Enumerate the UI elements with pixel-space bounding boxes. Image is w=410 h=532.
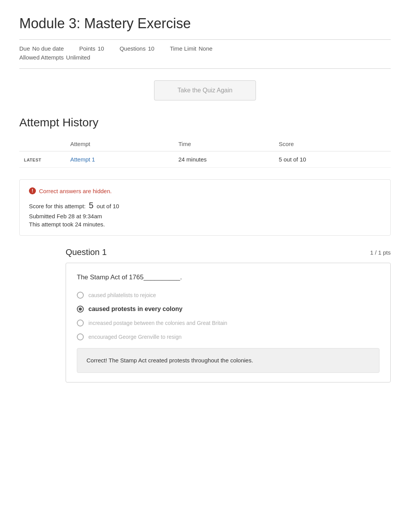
question-1-card: The Stamp Act of 1765__________. caused … bbox=[66, 263, 391, 382]
option-2: caused protests in every colony bbox=[77, 306, 380, 313]
question-1-feedback: Correct! The Stamp Act created protests … bbox=[77, 348, 380, 373]
points-label: Points bbox=[79, 45, 95, 52]
time-limit-label: Time Limit bbox=[170, 45, 197, 52]
row-badge: LATEST bbox=[19, 151, 66, 168]
latest-badge: LATEST bbox=[24, 158, 41, 162]
option-4-text: encouraged George Grenville to resign bbox=[88, 334, 181, 340]
attempt-history-table: Attempt Time Score LATEST Attempt 1 24 m… bbox=[19, 137, 391, 168]
meta-points: Points 10 bbox=[79, 45, 104, 52]
radio-2 bbox=[77, 306, 84, 313]
radio-4 bbox=[77, 333, 84, 340]
time-limit-value: None bbox=[199, 45, 213, 52]
option-1-text: caused philatelists to rejoice bbox=[88, 292, 156, 298]
question-1-section: Question 1 1 / 1 pts The Stamp Act of 17… bbox=[66, 247, 391, 382]
correct-answers-hidden-text: Correct answers are hidden. bbox=[39, 188, 112, 194]
row-score: 5 out of 10 bbox=[274, 151, 391, 168]
page-container: Module 3: Mastery Exercise Due No due da… bbox=[0, 0, 410, 410]
table-row: LATEST Attempt 1 24 minutes 5 out of 10 bbox=[19, 151, 391, 168]
row-time: 24 minutes bbox=[174, 151, 274, 168]
due-value: No due date bbox=[32, 45, 64, 52]
submitted-line: Submitted Feb 28 at 9:34am bbox=[29, 213, 381, 219]
meta-due: Due No due date bbox=[19, 45, 64, 52]
col-header-badge bbox=[19, 137, 66, 151]
col-header-score: Score bbox=[274, 137, 391, 151]
attempt-detail-box: ! Correct answers are hidden. Score for … bbox=[19, 179, 391, 236]
due-label: Due bbox=[19, 45, 30, 52]
score-out-of: out of 10 bbox=[97, 203, 119, 209]
option-3: increased postage between the colonies a… bbox=[77, 320, 380, 326]
meta-time-limit: Time Limit None bbox=[170, 45, 212, 52]
correct-answers-hidden-notice: ! Correct answers are hidden. bbox=[29, 187, 381, 194]
option-3-text: increased postage between the colonies a… bbox=[88, 320, 227, 326]
radio-1 bbox=[77, 292, 84, 299]
page-title: Module 3: Mastery Exercise bbox=[19, 15, 391, 32]
question-1-title: Question 1 bbox=[66, 247, 107, 257]
radio-3 bbox=[77, 320, 84, 326]
option-1: caused philatelists to rejoice bbox=[77, 292, 380, 299]
duration-line: This attempt took 24 minutes. bbox=[29, 221, 381, 228]
attempt-history-title: Attempt History bbox=[19, 116, 391, 129]
row-attempt: Attempt 1 bbox=[66, 151, 174, 168]
option-2-text: caused protests in every colony bbox=[88, 306, 183, 313]
score-number: 5 bbox=[89, 201, 93, 210]
take-quiz-button[interactable]: Take the Quiz Again bbox=[154, 80, 256, 100]
points-value: 10 bbox=[98, 45, 104, 52]
meta-row-2: Allowed Attempts Unlimited bbox=[19, 54, 391, 63]
meta-row-1: Due No due date Points 10 Questions 10 T… bbox=[19, 45, 391, 54]
score-line: Score for this attempt: 5 out of 10 bbox=[29, 201, 381, 211]
history-table-header-row: Attempt Time Score bbox=[19, 137, 391, 151]
col-header-time: Time bbox=[174, 137, 274, 151]
allowed-attempts-value: Unlimited bbox=[66, 54, 90, 61]
attempt-link[interactable]: Attempt 1 bbox=[70, 156, 95, 163]
meta-bar: Due No due date Points 10 Questions 10 T… bbox=[19, 39, 391, 69]
questions-value: 10 bbox=[148, 45, 154, 52]
questions-label: Questions bbox=[120, 45, 146, 52]
col-header-attempt: Attempt bbox=[66, 137, 174, 151]
question-1-points: 1 / 1 pts bbox=[370, 249, 391, 256]
question-1-text: The Stamp Act of 1765__________. bbox=[77, 272, 380, 282]
allowed-attempts-label: Allowed Attempts bbox=[19, 54, 64, 61]
meta-questions: Questions 10 bbox=[120, 45, 154, 52]
question-1-header: Question 1 1 / 1 pts bbox=[66, 247, 391, 257]
meta-allowed-attempts: Allowed Attempts Unlimited bbox=[19, 54, 90, 61]
take-quiz-container: Take the Quiz Again bbox=[19, 80, 391, 100]
score-label: Score for this attempt: bbox=[29, 203, 86, 209]
option-4: encouraged George Grenville to resign bbox=[77, 333, 380, 340]
warning-icon: ! bbox=[29, 187, 36, 194]
